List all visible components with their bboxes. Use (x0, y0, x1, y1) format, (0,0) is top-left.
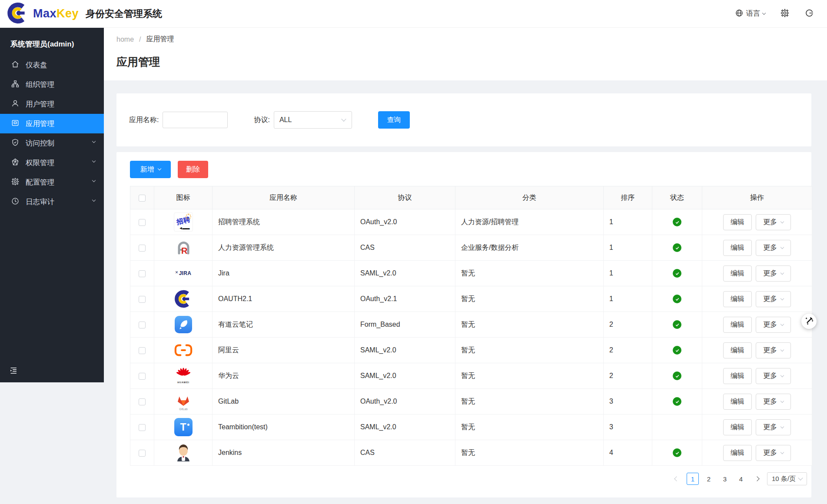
table-header-row: 图标 应用名称 协议 分类 排序 状态 操作 (130, 186, 812, 209)
row-checkbox[interactable] (139, 245, 146, 252)
globe-icon (735, 9, 744, 19)
row-checkbox[interactable] (139, 270, 146, 277)
edit-button[interactable]: 编辑 (723, 265, 752, 282)
table-row: ✕JIRA Jira SAML_v2.0 暂无 1 编辑 更多 (130, 261, 812, 286)
chevron-down-icon (781, 322, 784, 326)
app-protocol: SAML_v2.0 (355, 363, 455, 389)
protocol-label: 协议: (254, 116, 269, 125)
edit-button[interactable]: 编辑 (723, 394, 752, 410)
language-label: 语言 (746, 9, 760, 18)
row-checkbox[interactable] (139, 347, 146, 354)
more-button[interactable]: 更多 (756, 214, 791, 230)
edit-button[interactable]: 编辑 (723, 368, 752, 384)
page-size-select[interactable]: 10 条/页 (767, 472, 807, 485)
chevron-down-icon (157, 167, 161, 170)
sidebar-item-users[interactable]: 用户管理 (0, 94, 104, 114)
applications-table: 图标 应用名称 协议 分类 排序 状态 操作 招聘◄▬▬ 招聘管理系统 OAut… (130, 186, 812, 466)
breadcrumb-home-link[interactable]: home (116, 36, 134, 43)
sidebar-item-dashboard[interactable]: 仪表盘 (0, 55, 104, 75)
row-checkbox[interactable] (139, 424, 146, 431)
sidebar-item-audit-logs[interactable]: 日志审计 (0, 192, 104, 212)
edit-button[interactable]: 编辑 (723, 342, 752, 358)
more-button[interactable]: 更多 (756, 265, 791, 282)
logout-button[interactable] (804, 8, 814, 20)
sidebar-item-applications[interactable]: 应用管理 (0, 114, 104, 133)
jira-app-icon: ✕JIRA (173, 263, 193, 283)
row-checkbox[interactable] (139, 322, 146, 328)
page-button-1[interactable]: 1 (687, 473, 699, 485)
sidebar-item-access-control[interactable]: 访问控制 (0, 133, 104, 153)
status-enabled-icon (673, 243, 681, 252)
chevron-down-icon (781, 425, 784, 428)
page-title: 应用管理 (116, 55, 160, 69)
edit-button[interactable]: 编辑 (723, 240, 752, 256)
chevron-down-icon (781, 399, 784, 403)
more-button[interactable]: 更多 (756, 342, 791, 358)
app-name-label: 应用名称: (129, 116, 159, 125)
app-category: 暂无 (455, 363, 604, 389)
page-button-3[interactable]: 3 (719, 473, 731, 485)
row-checkbox[interactable] (139, 219, 146, 226)
col-header-sort: 排序 (604, 186, 652, 209)
sidebar-item-label: 访问控制 (26, 139, 54, 148)
sidebar-user-label: 系统管理员(admin) (0, 28, 104, 55)
sidebar-item-organization[interactable]: 组织管理 (0, 75, 104, 94)
row-checkbox[interactable] (139, 398, 146, 405)
chevron-down-icon (781, 245, 784, 249)
select-all-checkbox[interactable] (139, 195, 146, 202)
page-button-2[interactable]: 2 (703, 473, 715, 485)
app-protocol: OAuth_v2.1 (355, 286, 455, 312)
organization-icon (11, 80, 20, 90)
app-protocol: SAML_v2.0 (355, 414, 455, 440)
app-protocol: OAuth_v2.0 (355, 209, 455, 235)
recruit-app-icon: 招聘◄▬▬ (174, 212, 193, 232)
next-page-button[interactable] (751, 473, 763, 485)
app-protocol: OAuth_v2.0 (355, 389, 455, 414)
sidebar-collapse-button[interactable] (9, 366, 18, 377)
app-category: 暂无 (455, 312, 604, 338)
row-checkbox[interactable] (139, 296, 146, 303)
table-row: GitLab GitLab OAuth_v2.0 暂无 3 编辑 更多 (130, 389, 812, 414)
more-button[interactable]: 更多 (756, 445, 791, 461)
app-name: Jira (213, 261, 355, 286)
sidebar-item-permissions[interactable]: 权限管理 (0, 153, 104, 172)
page-button-4[interactable]: 4 (735, 473, 747, 485)
breadcrumb-separator: / (139, 36, 141, 43)
more-button[interactable]: 更多 (756, 394, 791, 410)
status-enabled-icon (673, 218, 681, 226)
settings-button[interactable] (780, 8, 790, 20)
maxkey-oauth-app-icon (173, 289, 193, 309)
app-name: Teambition(test) (213, 414, 355, 440)
delete-button[interactable]: 删除 (178, 161, 208, 178)
protocol-select[interactable]: ALL (274, 111, 352, 129)
floating-annotate-button[interactable] (801, 314, 817, 329)
app-category: 暂无 (455, 389, 604, 414)
more-button[interactable]: 更多 (756, 240, 791, 256)
sidebar: 系统管理员(admin) 仪表盘 组织管理 用户管理 (0, 28, 104, 382)
svg-text:HUAWEI: HUAWEI (177, 381, 189, 384)
chevron-down-icon (341, 116, 346, 121)
more-button[interactable]: 更多 (756, 368, 791, 384)
edit-button[interactable]: 编辑 (723, 445, 752, 461)
sidebar-item-configuration[interactable]: 配置管理 (0, 172, 104, 192)
more-button[interactable]: 更多 (756, 419, 791, 435)
prev-page-button[interactable] (671, 473, 683, 485)
row-checkbox[interactable] (139, 450, 146, 457)
app-protocol: SAML_v2.0 (355, 338, 455, 363)
row-checkbox[interactable] (139, 373, 146, 380)
search-button[interactable]: 查询 (378, 111, 410, 129)
status-enabled-icon (673, 448, 681, 457)
add-button[interactable]: 新增 (130, 161, 171, 178)
maxkey-logo-icon (7, 2, 29, 26)
edit-button[interactable]: 编辑 (723, 317, 752, 333)
language-menu[interactable]: 语言 (735, 9, 765, 19)
more-button[interactable]: 更多 (756, 291, 791, 307)
chevron-down-icon (92, 139, 96, 143)
product-title: 身份安全管理系统 (86, 7, 162, 20)
edit-button[interactable]: 编辑 (723, 291, 752, 307)
edit-button[interactable]: 编辑 (723, 419, 752, 435)
app-name-input[interactable] (163, 112, 228, 128)
more-button[interactable]: 更多 (756, 317, 791, 333)
dashboard-home-icon (11, 60, 20, 70)
edit-button[interactable]: 编辑 (723, 214, 752, 230)
